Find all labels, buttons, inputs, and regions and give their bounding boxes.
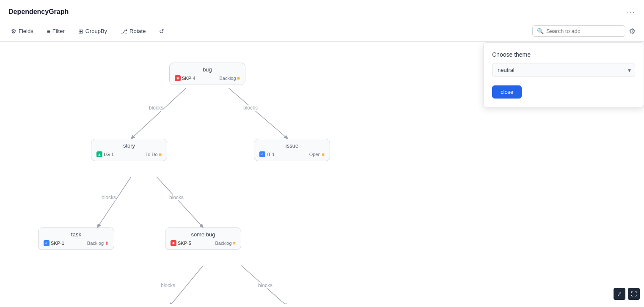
search-icon: 🔍 [537, 28, 544, 34]
some-bug-status: Backlog ≡ [215, 241, 236, 246]
story-status-text: To Do [146, 152, 158, 157]
more-options-button[interactable]: ··· [626, 7, 636, 16]
filter-icon: ≡ [47, 28, 50, 35]
theme-popup: Choose theme neutral dark light colorful… [483, 42, 644, 107]
bug-ticket: SKP-4 [182, 76, 195, 81]
some-bug-badge: ■ [171, 240, 176, 246]
edge-label-1: blocks [149, 105, 163, 111]
some-bug-node-id: ■ SKP-5 [171, 240, 191, 246]
filter-label: Filter [52, 28, 65, 34]
task-node-1[interactable]: task ✓ SKP-1 Backlog ⬆ [38, 228, 114, 250]
story-badge: ▲ [96, 151, 102, 157]
story-node[interactable]: story ▲ LG-1 To Do ≡ [91, 139, 167, 161]
fields-button[interactable]: ⚙ Fields [8, 26, 36, 36]
task1-node-title: task [44, 231, 109, 238]
theme-select-wrapper: neutral dark light colorful ▾ [492, 63, 635, 77]
svg-line-3 [157, 177, 203, 228]
bug-status-text: Backlog [219, 76, 236, 81]
issue-status: Open ≡ [309, 152, 325, 157]
groupby-icon: ⊞ [78, 28, 83, 35]
rotate-button[interactable]: ⎇ Rotate [118, 26, 148, 36]
story-ticket: LG-1 [104, 152, 114, 157]
bug-node-id: ■ SKP-4 [175, 75, 195, 81]
theme-popup-title: Choose theme [492, 51, 635, 58]
bug-node[interactable]: bug ■ SKP-4 Backlog ≡ [169, 63, 245, 85]
settings-icon[interactable]: ⚙ [629, 27, 636, 36]
edge-label-5: blocks [161, 282, 175, 288]
story-status: To Do ≡ [146, 152, 162, 157]
issue-node-title: issue [259, 143, 325, 149]
story-node-meta: ▲ LG-1 To Do ≡ [96, 151, 162, 157]
graph-area: blocks blocks blocks blocks blocks block… [0, 41, 644, 304]
some-bug-node[interactable]: some bug ■ SKP-5 Backlog ≡ [165, 228, 241, 250]
issue-node-meta: ✓ IT-1 Open ≡ [259, 151, 325, 157]
expand-icon[interactable]: ⤢ [614, 288, 625, 300]
some-bug-priority: ≡ [233, 241, 236, 246]
bug-node-meta: ■ SKP-4 Backlog ≡ [175, 75, 240, 81]
issue-ticket: IT-1 [267, 152, 275, 157]
theme-select[interactable]: neutral dark light colorful [492, 63, 635, 77]
toolbar-right: 🔍 ⚙ [532, 25, 636, 37]
rotate-icon: ⎇ [121, 28, 127, 35]
edge-label-2: blocks [243, 105, 258, 111]
refresh-icon: ↺ [159, 28, 164, 35]
fullscreen-icon[interactable]: ⛶ [628, 288, 640, 300]
task1-badge: ✓ [44, 240, 50, 246]
task1-node-id: ✓ SKP-1 [44, 240, 64, 246]
search-input[interactable] [546, 28, 621, 34]
task1-priority: ⬆ [105, 241, 109, 246]
issue-priority: ≡ [322, 152, 325, 157]
svg-line-2 [97, 177, 131, 228]
task1-status: Backlog ⬆ [87, 241, 109, 246]
groupby-button[interactable]: ⊞ GroupBy [76, 26, 110, 36]
bug-node-title: bug [175, 66, 240, 73]
issue-badge: ✓ [259, 151, 265, 157]
story-node-id: ▲ LG-1 [96, 151, 114, 157]
rotate-label: Rotate [129, 28, 146, 34]
task1-ticket: SKP-1 [51, 241, 64, 246]
bug-status: Backlog ≡ [219, 76, 240, 81]
svg-line-0 [131, 88, 186, 139]
svg-line-1 [228, 88, 288, 139]
search-box[interactable]: 🔍 [532, 25, 625, 37]
issue-node[interactable]: issue ✓ IT-1 Open ≡ [254, 139, 330, 161]
page-title: DependencyGraph [8, 8, 69, 16]
filter-button[interactable]: ≡ Filter [44, 26, 67, 36]
groupby-label: GroupBy [85, 28, 107, 34]
some-bug-node-meta: ■ SKP-5 Backlog ≡ [171, 240, 236, 246]
edge-label-3: blocks [102, 195, 116, 200]
some-bug-ticket: SKP-5 [178, 241, 191, 246]
story-node-title: story [96, 143, 162, 149]
task1-node-meta: ✓ SKP-1 Backlog ⬆ [44, 240, 109, 246]
bug-badge: ■ [175, 75, 181, 81]
fields-icon: ⚙ [11, 28, 17, 35]
story-priority: ≡ [159, 152, 162, 157]
issue-node-id: ✓ IT-1 [259, 151, 275, 157]
bottom-right-icons: ⤢ ⛶ [614, 288, 640, 300]
toolbar: ⚙ Fields ≡ Filter ⊞ GroupBy ⎇ Rotate ↺ 🔍… [0, 21, 644, 41]
some-bug-status-text: Backlog [215, 241, 231, 246]
some-bug-node-title: some bug [171, 231, 236, 238]
edge-label-6: blocks [258, 282, 272, 288]
refresh-button[interactable]: ↺ [157, 26, 167, 36]
header: DependencyGraph ··· [0, 0, 644, 21]
close-button[interactable]: close [492, 85, 522, 99]
issue-status-text: Open [309, 152, 321, 157]
edge-label-4: blocks [169, 195, 184, 200]
fields-label: Fields [19, 28, 33, 34]
bug-priority: ≡ [237, 76, 240, 81]
task1-status-text: Backlog [87, 241, 104, 246]
